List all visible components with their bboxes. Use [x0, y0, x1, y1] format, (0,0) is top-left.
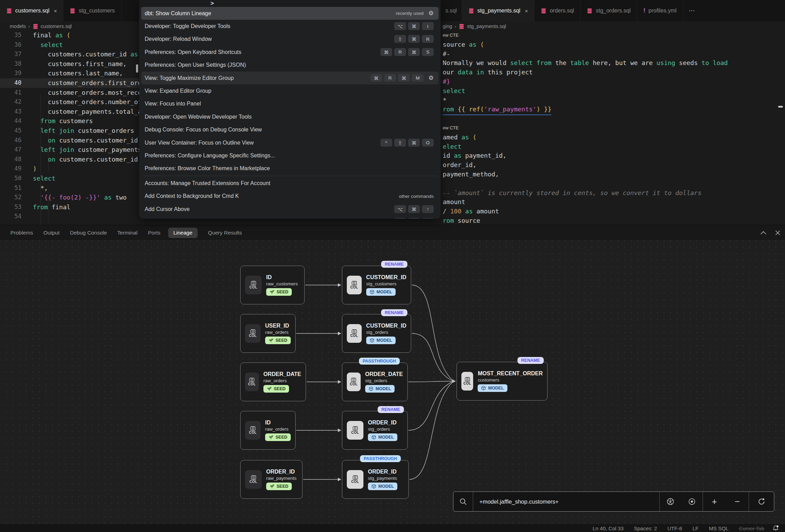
tab-stg-orders-sql[interactable]: stg_orders.sql	[580, 0, 637, 21]
panel-tab-problems[interactable]: Problems	[10, 230, 33, 236]
tab-s-sql[interactable]: s.sql	[441, 0, 462, 21]
node-body: ORDER_DATEstg_ordersMODEL	[365, 371, 403, 393]
app-window: customers.sql×stg_customers s.sqlstg_pay…	[0, 0, 785, 532]
status-item-ms-sql[interactable]: MS SQL	[709, 525, 729, 531]
palette-item-label: Add Context to Background for Cmd K	[145, 193, 399, 199]
lineage-node-id-raw_orders[interactable]: COLIDraw_ordersSEED	[240, 411, 296, 450]
palette-item[interactable]: View: Expand Editor Group	[141, 84, 439, 97]
edge-arrowhead	[338, 380, 341, 384]
palette-item[interactable]: View: Focus into Panel	[141, 98, 439, 110]
code-line: *	[441, 95, 785, 105]
lineage-node-user_id-raw_orders[interactable]: COLUSER_IDraw_ordersSEED	[240, 314, 296, 353]
line-number: 40	[0, 78, 21, 88]
database-icon	[459, 24, 464, 29]
panel-tab-output[interactable]: Output	[43, 230, 60, 236]
lineage-node-order_date-stg_orders[interactable]: COLORDER_DATEstg_ordersMODELPASSTHROUGH	[342, 363, 408, 401]
code-text: from customers	[33, 116, 93, 126]
node-body: ORDER_IDraw_paymentsSEED	[266, 469, 297, 490]
palette-item[interactable]: Accounts: Manage Trusted Extensions For …	[141, 177, 439, 190]
code-text: rom source	[443, 216, 480, 225]
close-panel-icon[interactable]	[775, 230, 780, 235]
lineage-node-order_date-raw_orders[interactable]: COLORDER_DATEraw_ordersSEED	[240, 363, 306, 401]
tab-profiles-yml[interactable]: !profiles.yml	[637, 0, 683, 21]
configure-keybinding-icon[interactable]: ⚙	[428, 74, 434, 82]
notifications-bell-icon[interactable]	[773, 525, 779, 532]
palette-item[interactable]: Preferences: Open Keyboard Shortcuts⌘R⌘S	[141, 46, 439, 58]
status-item-ln-40-col-33[interactable]: Ln 40, Col 33	[593, 525, 623, 531]
palette-item[interactable]: Preferences: Browse Color Themes in Mark…	[141, 162, 439, 175]
node-title: ORDER_ID	[368, 469, 397, 475]
palette-item[interactable]: Developer: Reload Window⇧⌘R	[141, 33, 439, 46]
panel-tab-query-results[interactable]: Query Results	[208, 230, 242, 236]
rename-tag: RENAME	[381, 261, 407, 268]
focus-target-icon[interactable]	[681, 492, 703, 511]
palette-item[interactable]: Preferences: Open User Settings (JSON)	[141, 59, 439, 72]
status-item-utf-8[interactable]: UTF-8	[667, 525, 682, 531]
collapse-panel-icon[interactable]	[760, 231, 766, 235]
lineage-node-most_recent_order-customers[interactable]: COLMOST_RECENT_ORDERcustomersMODELRENAME	[457, 362, 548, 401]
lineage-node-customer_id-stg_customers[interactable]: COLCUSTOMER_IDstg_customersMODELRENAME	[342, 266, 411, 304]
tab-orders-sql[interactable]: orders.sql	[534, 0, 580, 21]
palette-item[interactable]: View: Toggle Maximize Editor Group⌘R⌘M⚙	[141, 72, 439, 84]
panel-tab-terminal[interactable]: Terminal	[117, 230, 138, 236]
lineage-search-input[interactable]: +model.jaffle_shop.customers+	[473, 492, 659, 511]
breadcrumb-folder[interactable]: models	[10, 24, 26, 29]
lineage-canvas[interactable]: COLIDraw_customersSEEDCOLUSER_IDraw_orde…	[0, 240, 785, 524]
breadcrumb-separator: ›	[454, 24, 456, 29]
tab-stg-payments-sql[interactable]: stg_payments.sql×	[462, 0, 534, 21]
palette-item[interactable]: Preferences: Configure Language Specific…	[141, 149, 439, 162]
palette-item-label: Preferences: Browse Color Themes in Mark…	[145, 165, 434, 172]
palette-item[interactable]: dbt: Show Column Lineagerecently used⚙	[141, 7, 439, 20]
more-tabs-button[interactable]: ⋯	[683, 0, 701, 21]
search-icon[interactable]	[453, 492, 473, 511]
command-palette: > dbt: Show Column Lineagerecently used⚙…	[139, 0, 441, 219]
breadcrumb-folder[interactable]: ging	[443, 24, 452, 29]
lineage-node-order_id-stg_payments[interactable]: COLORDER_IDstg_paymentsMODELPASSTHROUGH	[342, 460, 409, 499]
zoom-in-button[interactable]: +	[703, 492, 726, 511]
status-item-lf[interactable]: LF	[693, 525, 699, 531]
line-number: 37	[0, 49, 21, 59]
edge-arrowhead	[338, 332, 341, 335]
scrollbar-thumb[interactable]	[136, 64, 138, 73]
scrollbar-mark[interactable]	[778, 106, 783, 108]
code-text: select	[443, 86, 465, 96]
close-tab-icon[interactable]: ×	[525, 8, 528, 14]
tab-customers-sql[interactable]: customers.sql×	[0, 0, 63, 21]
close-tab-icon[interactable]: ×	[54, 8, 57, 14]
palette-item[interactable]: Debug Console: Focus on Debug Console Vi…	[141, 123, 439, 136]
breadcrumb-file[interactable]: customers.sql	[41, 24, 72, 29]
lineage-node-id-raw_customers[interactable]: COLIDraw_customersSEED	[240, 266, 305, 304]
tab-stg-customers[interactable]: stg_customers	[63, 0, 121, 21]
snapshot-icon[interactable]	[660, 492, 681, 511]
panel-tab-ports[interactable]: Ports	[148, 230, 160, 236]
keybinding-key: ⌘	[398, 74, 410, 82]
status-item-cursor-tab[interactable]: Cursor Tab	[739, 525, 764, 531]
rename-tag: RENAME	[381, 309, 407, 316]
palette-item[interactable]: Developer: Open Webview Developer Tools	[141, 110, 439, 123]
palette-item[interactable]: User View Container: Focus on Outline Vi…	[141, 136, 439, 149]
configure-keybinding-icon[interactable]: ⚙	[428, 10, 434, 17]
lineage-node-order_id-raw_payments[interactable]: COLORDER_IDraw_paymentsSEED	[240, 460, 303, 499]
panel-tab-lineage[interactable]: Lineage	[168, 228, 198, 238]
breadcrumb-file[interactable]: stg_payments.sql	[467, 24, 506, 29]
column-icon: COL	[245, 470, 262, 489]
code-area[interactable]: ew CTEsource as (#-Normally we would sel…	[441, 30, 785, 225]
palette-item[interactable]: Add Context to Background for Cmd Kother…	[141, 190, 439, 202]
refresh-icon[interactable]	[749, 492, 774, 511]
breadcrumb[interactable]: ging › stg_payments.sql	[441, 21, 785, 31]
code-line: #-	[441, 49, 785, 59]
lineage-node-order_id-stg_orders[interactable]: COLORDER_IDstg_ordersMODELRENAME	[342, 411, 408, 450]
palette-item[interactable]: Developer: Toggle Developer Tools⌥⌘I	[141, 20, 439, 33]
command-palette-input[interactable]: >	[139, 0, 441, 7]
panel-tab-debug-console[interactable]: Debug Console	[70, 230, 107, 236]
editor-stg-payments-sql[interactable]: ging › stg_payments.sql ew CTEsource as …	[441, 21, 785, 225]
code-text: customers.last_name,	[33, 68, 123, 78]
lineage-node-customer_id-stg_orders[interactable]: COLCUSTOMER_IDstg_ordersMODELRENAME	[342, 314, 411, 353]
code-line: order_id,	[441, 160, 785, 170]
palette-item[interactable]: Add Cursor Below⌥⌘↓	[141, 215, 439, 219]
seed-badge: SEED	[266, 483, 292, 490]
tab-label: s.sql	[445, 8, 457, 14]
status-item-spaces-2[interactable]: Spaces: 2	[634, 525, 657, 531]
zoom-out-button[interactable]: −	[726, 492, 749, 511]
palette-item[interactable]: Add Cursor Above⌥⌘↑	[141, 203, 439, 215]
